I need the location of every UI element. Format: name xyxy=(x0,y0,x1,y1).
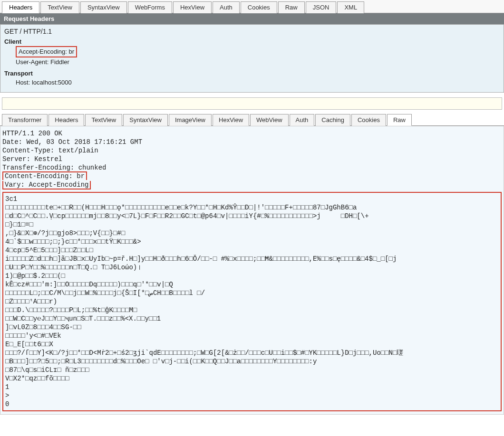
response-tab-raw[interactable]: Raw xyxy=(387,114,412,126)
response-tab-transformer[interactable]: Transformer xyxy=(2,114,48,126)
tab-json[interactable]: JSON xyxy=(306,1,337,13)
header-item: Accept-Encoding: br xyxy=(16,46,77,57)
response-header-line: Date: Wed, 03 Oct 2018 17:16:21 GMT xyxy=(2,138,502,146)
response-tab-auth[interactable]: Auth xyxy=(290,114,315,126)
response-tab-cookies[interactable]: Cookies xyxy=(351,114,386,126)
response-header-line: Content-Type: text/plain xyxy=(2,146,502,155)
response-raw-panel: HTTP/1.1 200 OKDate: Wed, 03 Oct 2018 17… xyxy=(0,126,504,415)
tab-textview[interactable]: TextView xyxy=(40,1,79,13)
response-tab-hexview[interactable]: HexView xyxy=(213,114,249,126)
response-tab-headers[interactable]: Headers xyxy=(48,114,84,126)
response-tabs: TransformerHeadersTextViewSyntaxViewImag… xyxy=(0,113,504,126)
tab-raw[interactable]: Raw xyxy=(278,1,305,13)
response-header-line: Server: Kestrel xyxy=(2,155,502,163)
request-line: GET / HTTP/1.1 xyxy=(4,28,500,35)
response-tab-imageview[interactable]: ImageView xyxy=(169,114,212,126)
response-body: 3c1 □□□□□□□□□□te□+□□R□□(H□□□H□□□ǫ*□□□□□□… xyxy=(2,192,502,411)
tab-syntaxview[interactable]: SyntaxView xyxy=(80,1,127,13)
response-header-line-highlight: Vary: Accept-Encoding xyxy=(2,181,91,190)
header-group-title: Transport xyxy=(4,70,500,77)
response-header-line: HTTP/1.1 200 OK xyxy=(2,129,502,138)
tab-headers[interactable]: Headers xyxy=(2,1,39,13)
response-tab-syntaxview[interactable]: SyntaxView xyxy=(123,114,168,126)
request-tabs: HeadersTextViewSyntaxViewWebFormsHexView… xyxy=(0,0,504,13)
header-item: Host: localhost:5000 xyxy=(16,79,72,86)
info-bar xyxy=(2,97,502,110)
header-item: User-Agent: Fiddler xyxy=(16,58,69,66)
tab-xml[interactable]: XML xyxy=(337,1,364,13)
header-group-title: Client xyxy=(4,38,500,45)
response-tab-webview[interactable]: WebView xyxy=(250,114,288,126)
request-headers-panel: GET / HTTP/1.1 ClientAccept-Encoding: br… xyxy=(0,24,504,93)
tab-cookies[interactable]: Cookies xyxy=(241,1,277,13)
tab-auth[interactable]: Auth xyxy=(213,1,240,13)
response-tab-textview[interactable]: TextView xyxy=(85,114,122,126)
response-header-line-highlight: Content-Encoding: br xyxy=(2,171,87,180)
tab-hexview[interactable]: HexView xyxy=(173,1,212,13)
response-header-line: Transfer-Encoding: chunked xyxy=(2,163,502,172)
response-tab-caching[interactable]: Caching xyxy=(315,114,350,126)
tab-webforms[interactable]: WebForms xyxy=(128,1,172,13)
request-section-header: Request Headers xyxy=(0,13,504,24)
